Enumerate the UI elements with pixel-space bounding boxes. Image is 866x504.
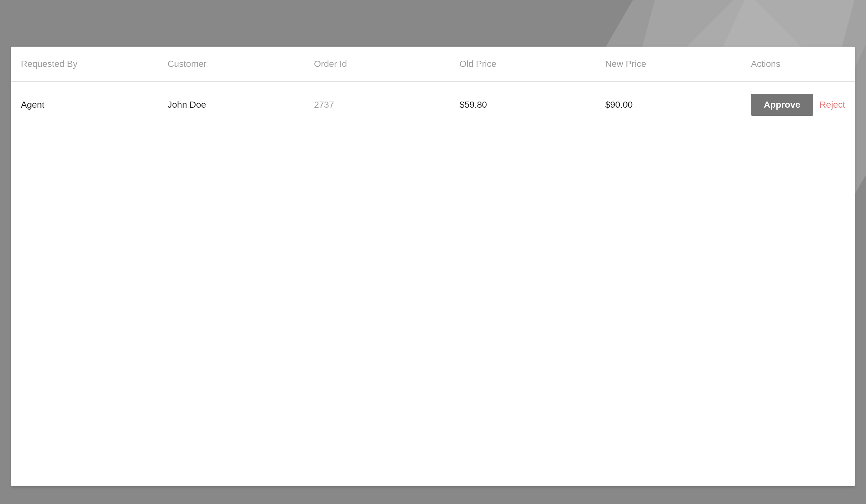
table-row: Agent John Doe 2737 $59.80 $90.00: [11, 82, 855, 128]
table-wrapper: Requested By Customer Order Id Old Price…: [11, 47, 855, 486]
col-header-order-id: Order Id: [304, 47, 450, 82]
cell-actions: Approve Reject: [741, 82, 855, 128]
col-header-actions: Actions: [741, 47, 855, 82]
cell-requested-by: Agent: [11, 82, 158, 128]
reject-button[interactable]: Reject: [820, 100, 845, 110]
cell-new-price: $90.00: [596, 82, 741, 128]
col-header-old-price: Old Price: [450, 47, 595, 82]
cell-old-price: $59.80: [450, 82, 595, 128]
actions-container: Approve Reject: [751, 94, 845, 116]
col-header-new-price: New Price: [596, 47, 741, 82]
col-header-requested-by: Requested By: [11, 47, 158, 82]
approve-button[interactable]: Approve: [751, 94, 813, 116]
main-panel: Requested By Customer Order Id Old Price…: [11, 47, 855, 486]
cell-customer: John Doe: [158, 82, 304, 128]
table-header-row: Requested By Customer Order Id Old Price…: [11, 47, 855, 82]
cell-order-id: 2737: [304, 82, 450, 128]
price-change-table: Requested By Customer Order Id Old Price…: [11, 47, 855, 128]
col-header-customer: Customer: [158, 47, 304, 82]
